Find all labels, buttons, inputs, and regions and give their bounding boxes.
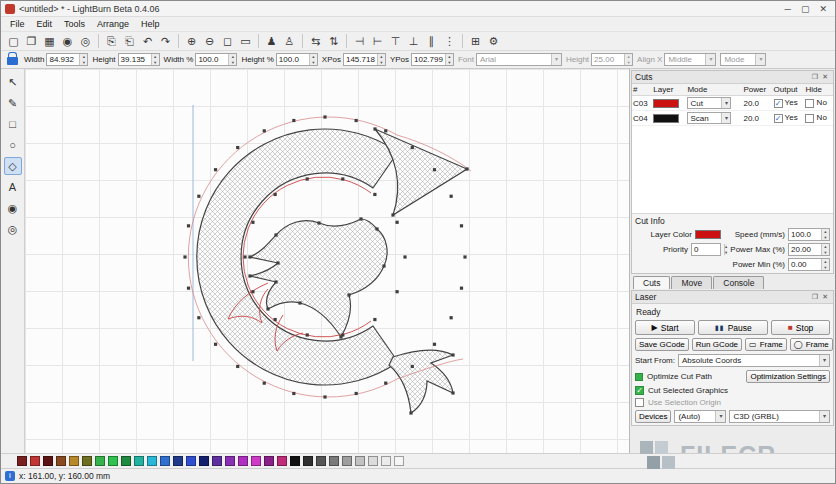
text-mode-combo[interactable]: Mode▾ [720, 53, 766, 66]
layer-power[interactable]: 20.0 [743, 99, 759, 108]
priority-input[interactable]: 0▴▾ [691, 243, 721, 256]
optimization-settings-button[interactable]: Optimization Settings [746, 370, 830, 383]
align-x-combo[interactable]: Middle▾ [664, 53, 716, 66]
lock-aspect-icon[interactable] [7, 57, 18, 65]
save-file-icon[interactable]: ▦ [41, 33, 58, 49]
optimize-indicator[interactable] [635, 373, 643, 381]
palette-swatch[interactable] [121, 456, 131, 466]
palette-swatch[interactable] [173, 456, 183, 466]
palette-swatch[interactable] [82, 456, 92, 466]
palette-swatch[interactable] [251, 456, 261, 466]
cuts-close-icon[interactable]: ✕ [820, 73, 830, 81]
palette-swatch[interactable] [147, 456, 157, 466]
dragon-head[interactable] [250, 219, 387, 337]
frame-circle-button[interactable]: ◯Frame [790, 338, 833, 351]
power-min-input[interactable]: 0.00▴▾ [788, 258, 830, 271]
palette-swatch[interactable] [134, 456, 144, 466]
start-button[interactable]: ▶Start [635, 320, 695, 335]
pause-button[interactable]: ▮▮Pause [698, 320, 768, 335]
palette-swatch[interactable] [160, 456, 170, 466]
flip-vertical-icon[interactable]: ⇅ [325, 33, 342, 49]
layer-mode-combo[interactable]: Cut▾ [687, 97, 731, 109]
palette-swatch[interactable] [290, 456, 300, 466]
hide-checkbox[interactable] [805, 114, 814, 123]
output-checkbox[interactable] [774, 114, 783, 123]
palette-swatch[interactable] [277, 456, 287, 466]
palette-swatch[interactable] [238, 456, 248, 466]
move-laser-icon[interactable]: ♟ [263, 33, 280, 49]
xpos-input[interactable]: 145.718▴▾ [343, 53, 386, 66]
frame-selection-icon[interactable]: ◻ [219, 33, 236, 49]
position-tool[interactable]: ◉ [4, 199, 22, 217]
layer-swatch[interactable] [653, 114, 679, 123]
minimize-button[interactable]: ─ [785, 4, 791, 14]
height-input[interactable]: 39.135▴▾ [118, 53, 160, 66]
palette-swatch[interactable] [264, 456, 274, 466]
font-height-input[interactable]: 25.00 ▴▾ [591, 53, 633, 66]
preview-icon[interactable]: ▭ [237, 33, 254, 49]
layer-color-swatch[interactable] [695, 230, 721, 239]
palette-swatch[interactable] [108, 456, 118, 466]
palette-swatch[interactable] [225, 456, 235, 466]
flip-horizontal-icon[interactable]: ⇆ [307, 33, 324, 49]
tab-cuts[interactable]: Cuts [633, 276, 670, 289]
zoom-in-icon[interactable]: ⊕ [183, 33, 200, 49]
device-auto-combo[interactable]: (Auto)▾ [674, 410, 726, 423]
menu-edit[interactable]: Edit [32, 18, 58, 30]
undo-icon[interactable]: ↶ [139, 33, 156, 49]
paste-icon[interactable]: ⎗ [121, 33, 138, 49]
start-from-combo[interactable]: Absolute Coords▾ [678, 354, 830, 367]
layer-swatch[interactable] [653, 99, 679, 108]
run-gcode-button[interactable]: Run GCode [692, 338, 742, 351]
palette-swatch[interactable] [329, 456, 339, 466]
font-combo[interactable]: Arial▾ [476, 53, 562, 66]
hide-checkbox[interactable] [805, 99, 814, 108]
device-name-combo[interactable]: C3D (GRBL)▾ [729, 410, 830, 423]
palette-swatch[interactable] [355, 456, 365, 466]
palette-swatch[interactable] [17, 456, 27, 466]
use-selection-origin-checkbox[interactable] [635, 398, 644, 407]
devices-button[interactable]: Devices [635, 410, 671, 423]
height-pct-input[interactable]: 100.0▴▾ [276, 53, 318, 66]
palette-swatch[interactable] [303, 456, 313, 466]
zoom-out-icon[interactable]: ⊖ [201, 33, 218, 49]
ellipse-tool[interactable]: ○ [4, 136, 22, 154]
distribute-vertical-icon[interactable]: ⋮ [441, 33, 458, 49]
palette-swatch[interactable] [316, 456, 326, 466]
menu-tools[interactable]: Tools [59, 18, 90, 30]
menu-file[interactable]: File [5, 18, 30, 30]
width-pct-input[interactable]: 100.0▴▾ [195, 53, 237, 66]
redo-icon[interactable]: ↷ [157, 33, 174, 49]
cuts-empty-area[interactable] [632, 126, 833, 214]
frame-rect-button[interactable]: ▭Frame [745, 338, 787, 351]
offset-tool[interactable]: ◎ [4, 220, 22, 238]
close-button[interactable]: ✕ [819, 4, 827, 14]
align-left-icon[interactable]: ⊣ [351, 33, 368, 49]
device-settings-icon[interactable]: ⚙ [485, 33, 502, 49]
palette-swatch[interactable] [394, 456, 404, 466]
cut-layer-row[interactable]: C04Scan▾20.0 Yes No [632, 111, 833, 126]
layer-mode-combo[interactable]: Scan▾ [687, 112, 731, 124]
save-gcode-button[interactable]: Save GCode [635, 338, 689, 351]
select-tool[interactable]: ↖ [4, 73, 22, 91]
align-bottom-icon[interactable]: ⊥ [405, 33, 422, 49]
cut-selected-checkbox[interactable] [635, 386, 644, 395]
palette-swatch[interactable] [43, 456, 53, 466]
draw-lines-tool[interactable]: ✎ [4, 94, 22, 112]
palette-swatch[interactable] [186, 456, 196, 466]
rectangle-tool[interactable]: □ [4, 115, 22, 133]
palette-swatch[interactable] [368, 456, 378, 466]
dragon-arrowhead[interactable] [375, 129, 467, 215]
palette-swatch[interactable] [56, 456, 66, 466]
edit-nodes-tool[interactable]: ◇ [4, 157, 22, 175]
align-top-icon[interactable]: ⊤ [387, 33, 404, 49]
cut-layer-row[interactable]: C03Cut▾20.0 Yes No [632, 96, 833, 111]
text-tool[interactable]: A [4, 178, 22, 196]
power-max-input[interactable]: 20.00▴▾ [788, 243, 830, 256]
tab-move[interactable]: Move [671, 276, 712, 289]
cuts-float-icon[interactable]: ❐ [810, 73, 820, 81]
set-origin-icon[interactable]: ♙ [281, 33, 298, 49]
palette-swatch[interactable] [95, 456, 105, 466]
design-canvas[interactable] [25, 69, 629, 453]
palette-swatch[interactable] [69, 456, 79, 466]
